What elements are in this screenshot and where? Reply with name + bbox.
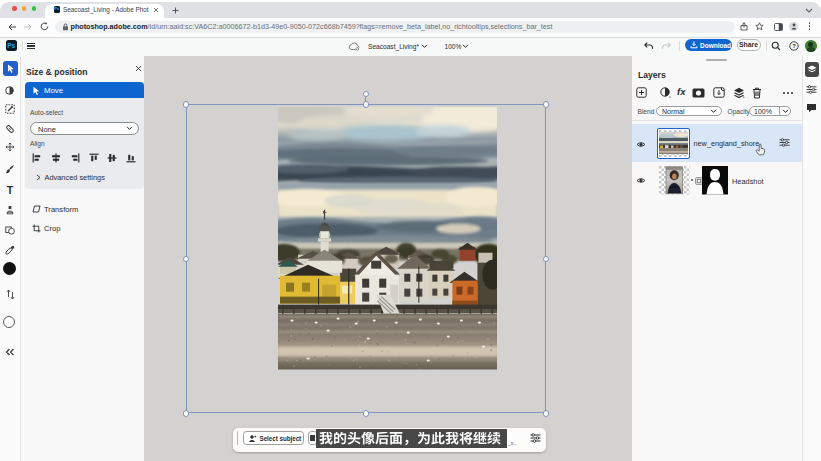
svg-text:?: ? — [792, 43, 796, 49]
